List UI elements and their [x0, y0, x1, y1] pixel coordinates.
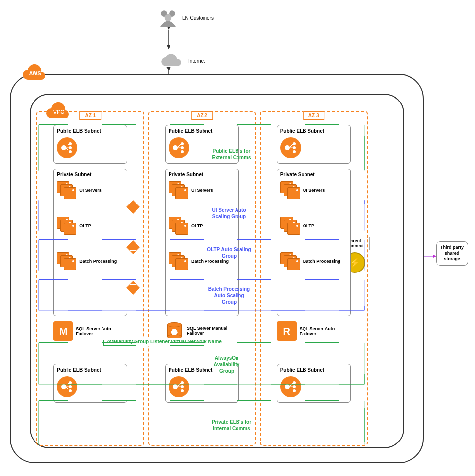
server-stack-icon	[57, 181, 76, 199]
svg-point-8	[165, 14, 172, 22]
db-icon-r: R	[277, 321, 297, 341]
ui-servers-label: UI Servers	[191, 188, 213, 193]
ui-servers-label: UI Servers	[79, 188, 102, 193]
aws-label: AWS	[20, 64, 50, 83]
public-elb-group	[38, 124, 365, 171]
az-1-label: AZ 1	[79, 111, 101, 120]
server-stack-icon	[280, 181, 300, 199]
sql-auto-label: SQL Server Auto Failover	[76, 326, 115, 336]
customers-label: LN Customers	[182, 15, 214, 21]
internet-label: Internet	[188, 58, 205, 64]
sql-auto-label: SQL Server Auto Failover	[300, 326, 339, 336]
svg-line-36	[177, 387, 181, 391]
internet: Internet	[158, 52, 205, 69]
subnet-title: Private Subnet	[57, 171, 124, 179]
users-icon	[158, 7, 178, 28]
aws-cloud-badge: AWS	[20, 64, 50, 83]
batch-asg-group	[38, 279, 365, 311]
db-icon-m: M	[53, 321, 73, 341]
az-3-label: AZ 3	[303, 111, 325, 120]
subnet-title: Private Subnet	[280, 171, 347, 179]
cloud-icon	[158, 52, 184, 69]
az-2-label: AZ 2	[191, 111, 213, 120]
sql-manual-label: SQL Server Manual Failover	[187, 326, 231, 336]
svg-line-22	[66, 387, 69, 391]
ui-asg-group	[38, 200, 365, 231]
svg-point-30	[173, 384, 178, 389]
customers: LN Customers	[158, 7, 214, 28]
subnet-title: Private Subnet	[169, 171, 236, 179]
svg-point-44	[285, 384, 290, 389]
third-party-storage: Third party shared storage	[436, 241, 468, 266]
svg-line-50	[289, 387, 293, 391]
ui-servers-label: UI Servers	[303, 188, 325, 193]
svg-point-16	[61, 384, 66, 389]
server-stack-icon	[169, 181, 188, 199]
alwayson-group	[38, 342, 365, 385]
private-elb-group	[38, 400, 365, 445]
oltp-asg-group	[38, 239, 365, 271]
